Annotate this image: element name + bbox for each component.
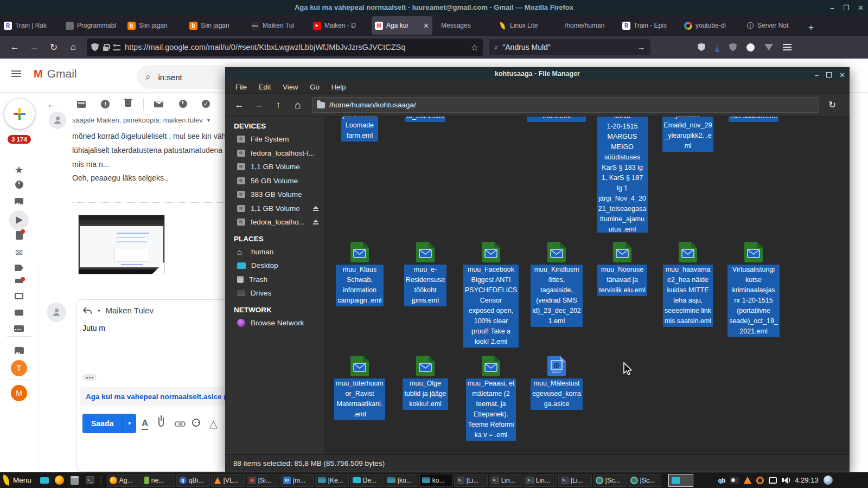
tab-programmabl[interactable]: Programmabl xyxy=(62,16,123,35)
menu-edit[interactable]: Edit xyxy=(254,82,276,92)
menu-hamburger-icon[interactable] xyxy=(783,44,792,50)
file-item[interactable]: 2021.eml xyxy=(526,117,587,122)
task-button-li[interactable]: >_[Li... xyxy=(558,474,592,487)
tab-siin-jagan[interactable]: bSiin jagan xyxy=(186,16,247,35)
workspace-switcher[interactable] xyxy=(668,474,693,487)
fm-path-bar[interactable]: /home/human/kohtusaaga/ xyxy=(312,97,819,113)
back-icon[interactable]: ← xyxy=(7,39,23,55)
task-button-de[interactable]: De... xyxy=(350,474,384,487)
pocket-shield-icon[interactable] xyxy=(698,43,705,52)
task-button-si[interactable]: [Si... xyxy=(246,474,279,487)
screen-recorder-tray-icon[interactable] xyxy=(730,477,739,484)
sidebar-place-desktop[interactable]: Desktop xyxy=(225,259,324,273)
sidebar-device-fedora-localho-[interactable]: fedora_localho... xyxy=(225,215,324,229)
chat-icon[interactable] xyxy=(0,198,38,204)
task-button-vl[interactable]: [VL... xyxy=(211,474,245,487)
task-button-qbi[interactable]: qqBi... xyxy=(176,474,210,487)
back-to-inbox-icon[interactable]: ← xyxy=(47,99,57,111)
attachment-chip[interactable]: Aga kui ma vahepeal normaalselt.asice (1 xyxy=(80,387,227,406)
display-tray-icon[interactable] xyxy=(769,477,777,484)
file-item[interactable]: mis saatsin.eml xyxy=(723,117,784,122)
task-button-m[interactable]: iD[m... xyxy=(280,474,314,487)
compose-button[interactable] xyxy=(4,99,35,129)
tab-linux-lite[interactable]: Linux Lite xyxy=(495,16,556,35)
eject-icon[interactable] xyxy=(313,206,318,209)
file-item[interactable]: muu_Kindlusm õttes, tagasiside, (veidrad… xyxy=(526,242,587,327)
file-item[interactable]: muu_Peaasi, et mäletame (2 teemat, ja Et… xyxy=(461,356,521,441)
tab-siin-jagan[interactable]: bSiin jagan xyxy=(124,16,185,35)
qbittorrent-tray-icon[interactable]: qb xyxy=(718,477,725,484)
ublock-icon[interactable] xyxy=(729,43,737,52)
add-to-tasks-icon[interactable]: ✓ xyxy=(202,100,210,108)
meet-new-icon[interactable] xyxy=(0,293,38,299)
forward-icon[interactable]: → xyxy=(26,39,42,55)
sidebar-browse-network[interactable]: Browse Network xyxy=(225,316,324,330)
sidebar-device-383-gb-volume[interactable]: 383 GB Volume xyxy=(225,188,324,202)
show-trimmed-content-button[interactable] xyxy=(82,374,97,381)
avatar-t[interactable]: T xyxy=(0,360,38,376)
url-bar[interactable]: https://mail.google.com/mail/u/0/#sent/K… xyxy=(87,38,483,56)
permissions-icon[interactable] xyxy=(113,45,120,50)
sidebar-place-drives[interactable]: Drives xyxy=(225,286,324,300)
file-item[interactable]: jaotatud Emailid_nov_29 _ylearupikk2. .e… xyxy=(658,117,718,153)
star-icon[interactable]: ★ xyxy=(0,164,38,176)
download-icon[interactable]: ↓ xyxy=(715,43,719,52)
task-button-ne[interactable]: ne... xyxy=(142,474,175,487)
tab-messages[interactable]: Messages xyxy=(433,16,494,35)
snooze-icon[interactable] xyxy=(179,100,187,108)
hangouts-icon[interactable] xyxy=(0,347,38,354)
mark-unread-icon[interactable] xyxy=(154,101,163,107)
sidebar-device-file-system[interactable]: File System xyxy=(225,132,324,146)
fm-titlebar[interactable]: kohtusaaga - File Manager – ✕ xyxy=(225,67,850,81)
labels-icon[interactable] xyxy=(0,265,38,271)
sent-icon-active[interactable] xyxy=(0,210,38,230)
fm-home-icon[interactable]: ⌂ xyxy=(288,97,308,113)
clock[interactable]: 4:29:13 xyxy=(795,476,818,484)
lock-icon[interactable] xyxy=(103,47,108,51)
file-item[interactable]: kohta 1-20-1515 MARGUS MEIGO süüdistuses… xyxy=(592,117,653,233)
archive-icon[interactable] xyxy=(77,101,86,108)
fm-refresh-icon[interactable]: ↻ xyxy=(822,97,842,113)
app-menu-button[interactable]: Menu xyxy=(3,475,37,485)
close-icon[interactable]: ✕ xyxy=(858,4,864,12)
send-button[interactable]: Saada ▾ xyxy=(82,414,136,433)
file-item[interactable]: muu_toterhuum or_Ravist Matemaatikani. .… xyxy=(329,356,390,420)
restore-icon[interactable]: ❐ xyxy=(843,4,849,12)
privacy-badger-icon[interactable] xyxy=(746,43,755,52)
sidebar-device-1-1-gb-volume[interactable]: 1,1 GB Volume xyxy=(225,160,324,174)
new-tab-button[interactable]: + xyxy=(804,20,818,36)
tracking-shield-icon[interactable] xyxy=(91,43,99,52)
task-button-ag[interactable]: Ag... xyxy=(107,474,141,487)
snoozed-icon[interactable] xyxy=(0,181,38,189)
sidebar-place-trash[interactable]: Trash xyxy=(225,273,324,287)
reply-draft-text[interactable]: Jutu m xyxy=(82,324,105,332)
sidebar-device-1-1-gb-volume[interactable]: 1,1 GB Volume xyxy=(225,202,324,216)
show-desktop-icon[interactable] xyxy=(39,474,50,486)
fm-close-icon[interactable]: ✕ xyxy=(839,68,845,82)
eject-icon[interactable] xyxy=(313,220,318,222)
menu-file[interactable]: File xyxy=(231,82,252,92)
menu-view[interactable]: View xyxy=(278,82,303,92)
task-button-lin[interactable]: >_Lin... xyxy=(489,474,522,487)
fm-forward-icon[interactable]: → xyxy=(249,97,269,113)
inline-image-attachment[interactable] xyxy=(78,215,165,274)
recipient-line[interactable]: saajale Maiken, pimekoopia: maiken.tulev… xyxy=(72,116,210,124)
reply-header[interactable]: ▾ Maiken Tulev xyxy=(82,306,154,315)
keyboard-icon[interactable] xyxy=(0,325,38,332)
sidebar-device-fedora-localhost-l-[interactable]: fedora_localhost-l... xyxy=(225,146,324,160)
tab-maiken-d[interactable]: ▶Maiken - D xyxy=(310,16,371,35)
file-item[interactable]: muu_haavama e2_hea näide kuidas MITTE te… xyxy=(658,242,718,327)
volume-tray-icon[interactable] xyxy=(782,477,790,484)
shutter-tray-icon[interactable] xyxy=(756,477,764,484)
gmail-search-box[interactable]: ⌕ in:sent xyxy=(137,65,229,89)
file-item[interactable]: muu_Klaus Schwab, information campaign .… xyxy=(329,242,390,306)
sidebar-device-56-gb-volume[interactable]: 56 GB Volume xyxy=(225,174,324,188)
file-item[interactable]: ta_2021.eml xyxy=(395,117,456,122)
avatar-m[interactable]: M xyxy=(0,385,38,401)
extension-filter-icon[interactable] xyxy=(764,44,773,50)
spam-icon[interactable] xyxy=(0,279,38,283)
tab-train-epis[interactable]: RTrain - Epis xyxy=(619,16,680,35)
search-go-icon[interactable]: → xyxy=(637,43,645,52)
file-item[interactable]: muu_e- Residensuse töökoht jpms.eml xyxy=(395,242,456,306)
task-button-ke[interactable]: [Ke... xyxy=(315,474,349,487)
